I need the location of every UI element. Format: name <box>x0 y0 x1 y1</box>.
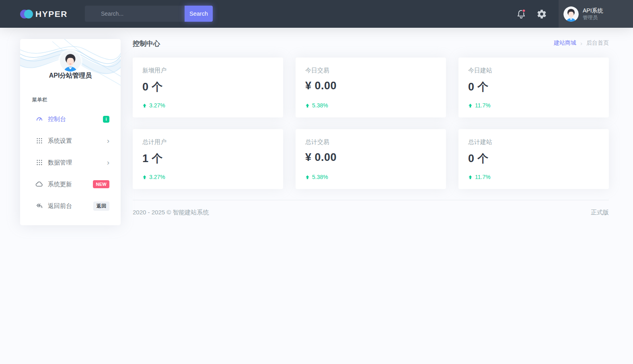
stat-change: 3.27% <box>142 102 165 109</box>
stat-value: 0 个 <box>468 80 599 94</box>
footer-copyright: 2020 - 2025 © 智能建站系统 <box>133 209 209 216</box>
stat-value: ¥ 0.00 <box>305 80 436 92</box>
stat-label: 总计建站 <box>468 138 599 146</box>
stat-change: 11.7% <box>468 174 491 180</box>
sidebar-item-dashboard[interactable]: 控制台 i <box>20 108 121 130</box>
sidebar-item-label: 系统设置 <box>48 137 72 145</box>
stat-value: 0 个 <box>142 80 273 94</box>
chevron-right-icon: › <box>107 137 109 144</box>
stat-label: 新增用户 <box>142 67 273 74</box>
profile-name: API分站管理员 <box>20 72 121 80</box>
stat-label: 总计交易 <box>305 138 436 146</box>
page-head: 控制中心 建站商城 › 后台首页 <box>133 38 609 49</box>
user-role: 管理员 <box>583 15 603 21</box>
page-title: 控制中心 <box>133 39 160 48</box>
sidebar-item-label: 控制台 <box>48 115 66 123</box>
return-badge: 返回 <box>93 202 109 211</box>
sidebar-item-label: 数据管理 <box>48 159 72 167</box>
stat-card-total-sites: 总计建站 0 个 11.7% <box>458 129 609 189</box>
sidebar-nav: 控制台 i 系统设置 › <box>20 108 121 217</box>
up-arrow-icon <box>468 175 473 179</box>
stat-card-total-users: 总计用户 1 个 3.27% <box>133 129 283 189</box>
stat-change: 5.38% <box>305 174 328 180</box>
breadcrumb-link[interactable]: 建站商城 <box>554 39 576 47</box>
grid-icon <box>35 137 43 145</box>
grid-icon <box>35 158 43 167</box>
settings-gear-icon[interactable] <box>536 9 548 20</box>
user-name: API系统 <box>583 8 603 13</box>
stat-label: 今日交易 <box>305 67 436 74</box>
stat-value: 0 个 <box>468 151 599 166</box>
sidebar-item-label: 系统更新 <box>48 181 72 188</box>
up-arrow-icon <box>305 103 310 108</box>
menu-section-label: 菜单栏 <box>32 97 47 103</box>
search-input[interactable] <box>85 6 185 22</box>
stat-change: 3.27% <box>142 174 165 180</box>
breadcrumb-current: 后台首页 <box>586 39 609 47</box>
brand-name: HYPER <box>35 9 68 19</box>
stat-label: 今日建站 <box>468 67 599 74</box>
stat-change: 5.38% <box>305 102 328 109</box>
sidebar-item-system-update[interactable]: 系统更新 NEW <box>20 173 121 195</box>
stat-value: ¥ 0.00 <box>305 151 436 164</box>
gauge-icon <box>35 115 43 123</box>
reply-back-icon <box>35 202 43 210</box>
stat-card-today-transactions: 今日交易 ¥ 0.00 5.38% <box>296 58 446 117</box>
up-arrow-icon <box>305 175 310 179</box>
brand-logo[interactable]: HYPER <box>20 0 68 28</box>
dashboard-badge: i <box>103 116 109 123</box>
chevron-right-icon: › <box>107 158 109 166</box>
up-arrow-icon <box>142 175 147 179</box>
stat-value: 1 个 <box>142 151 273 166</box>
new-badge: NEW <box>93 180 109 188</box>
sidebar-item-system-settings[interactable]: 系统设置 › <box>20 130 121 152</box>
sidebar-item-back-to-front[interactable]: 返回前台 返回 <box>20 195 121 217</box>
notifications-bell-icon[interactable] <box>516 8 527 20</box>
search-button[interactable]: Search <box>185 6 213 22</box>
notification-dot <box>522 9 525 12</box>
sidebar-item-label: 返回前台 <box>48 202 72 210</box>
sidebar: API分站管理员 菜单栏 控制台 i <box>20 39 121 225</box>
user-avatar <box>563 6 579 22</box>
cloud-icon <box>35 180 43 188</box>
profile-avatar <box>60 51 81 72</box>
stat-change: 11.7% <box>468 102 491 109</box>
stat-card-total-transactions: 总计交易 ¥ 0.00 5.38% <box>296 129 446 189</box>
breadcrumb: 建站商城 › 后台首页 <box>554 39 609 47</box>
hyper-logo-icon <box>20 9 34 19</box>
stat-card-new-users: 新增用户 0 个 3.27% <box>133 58 283 117</box>
stat-card-today-sites: 今日建站 0 个 11.7% <box>458 58 609 117</box>
sidebar-item-data-management[interactable]: 数据管理 › <box>20 152 121 173</box>
topbar: HYPER Search <box>0 0 633 28</box>
topbar-search: Search <box>85 6 213 22</box>
stat-cards-grid: 新增用户 0 个 3.27% 今日交易 ¥ 0.00 5.38% 今日建站 0 … <box>133 58 609 189</box>
footer: 2020 - 2025 © 智能建站系统 正式版 <box>133 200 609 216</box>
admin-dashboard: HYPER Search <box>0 0 633 364</box>
user-menu[interactable]: API系统 管理员 <box>559 0 633 28</box>
breadcrumb-separator-icon: › <box>580 40 582 47</box>
up-arrow-icon <box>142 103 147 108</box>
footer-version: 正式版 <box>591 209 609 216</box>
up-arrow-icon <box>468 103 473 108</box>
stat-label: 总计用户 <box>142 138 273 146</box>
